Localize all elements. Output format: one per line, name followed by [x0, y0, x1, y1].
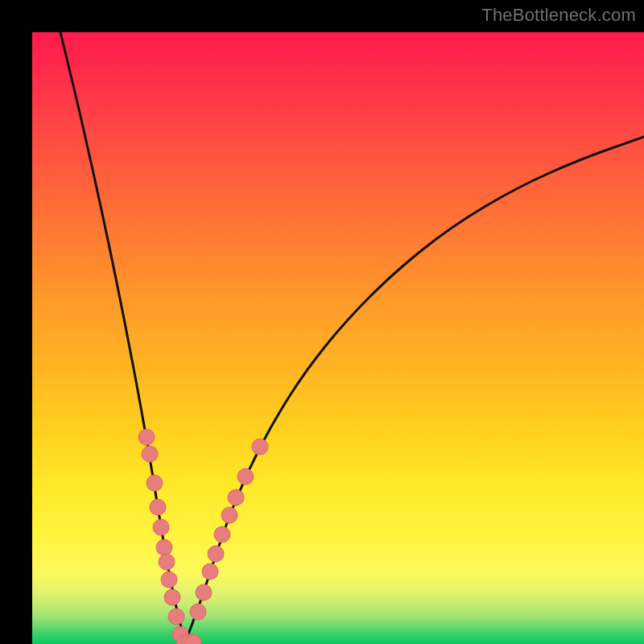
data-dot: [252, 439, 268, 455]
plot-area: [32, 32, 644, 644]
data-dot: [150, 499, 166, 515]
data-dot: [202, 564, 218, 580]
chart-frame: TheBottleneck.com: [0, 0, 644, 644]
data-dot: [138, 429, 155, 445]
data-dot: [221, 507, 237, 523]
curve-dots: [138, 429, 268, 644]
data-dot: [168, 609, 184, 625]
data-dot: [156, 539, 172, 555]
curve-right-branch: [185, 137, 644, 642]
data-dot: [153, 519, 169, 535]
data-dot: [237, 469, 254, 485]
data-dot: [159, 554, 175, 570]
data-dot: [208, 546, 224, 562]
data-dot: [164, 589, 180, 605]
watermark-text: TheBottleneck.com: [481, 5, 636, 26]
data-dot: [228, 489, 244, 506]
data-dot: [196, 584, 212, 601]
data-dot: [190, 604, 206, 620]
bottleneck-curve-svg: [32, 32, 644, 644]
data-dot: [161, 572, 177, 588]
data-dot: [147, 475, 163, 491]
data-dot: [142, 446, 158, 462]
data-dot: [214, 526, 230, 543]
